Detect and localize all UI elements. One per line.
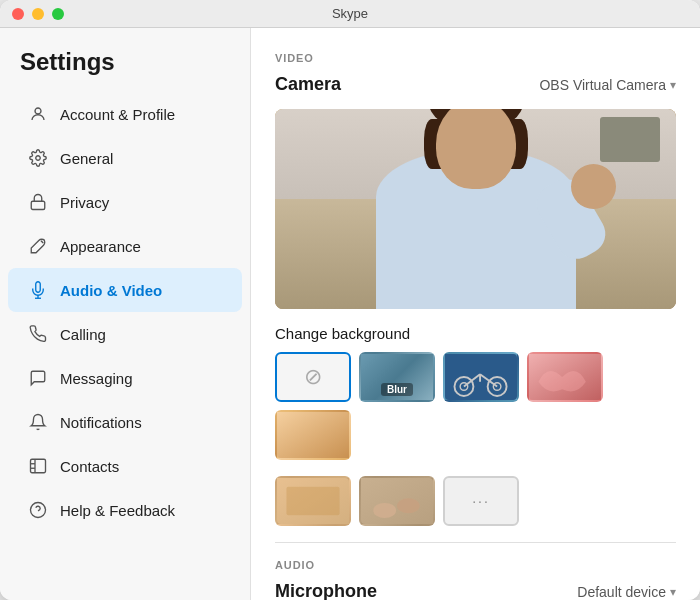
phone-icon [28,324,48,344]
video-section-label: VIDEO [275,52,676,64]
svg-rect-24 [361,477,433,524]
camera-wall-frame [600,117,660,162]
content-area: Settings Account & Profile General Priva… [0,28,700,600]
sidebar: Settings Account & Profile General Priva… [0,28,251,600]
svg-rect-6 [31,459,46,473]
minimize-button[interactable] [32,8,44,20]
bg-hands-button[interactable] [359,476,435,526]
sidebar-item-calling-label: Calling [60,326,106,343]
svg-point-10 [31,503,46,518]
svg-rect-21 [277,411,349,458]
bg-pink-button[interactable] [527,352,603,402]
person-hand [571,164,616,209]
maximize-button[interactable] [52,8,64,20]
svg-point-26 [397,498,420,513]
window-title: Skype [332,6,368,21]
svg-rect-23 [286,487,339,515]
app-window: Skype Settings Account & Profile General [0,0,700,600]
help-icon [28,500,48,520]
camera-value: OBS Virtual Camera [539,77,666,93]
lock-icon [28,192,48,212]
camera-bg [275,109,676,309]
sidebar-item-audio-video[interactable]: Audio & Video [8,268,242,312]
sidebar-item-account[interactable]: Account & Profile [8,92,242,136]
background-grid: ⊘ Blur [275,352,676,460]
svg-point-1 [36,156,41,161]
close-button[interactable] [12,8,24,20]
svg-rect-2 [31,201,45,209]
sidebar-title: Settings [0,48,250,92]
background-grid-row2: ··· [275,476,676,526]
orange-bg-svg [277,410,349,460]
sidebar-item-general[interactable]: General [8,136,242,180]
sidebar-item-help-label: Help & Feedback [60,502,175,519]
bg-bikes-button[interactable] [443,352,519,402]
microphone-selector[interactable]: Default device ▾ [577,584,676,600]
bikes-svg [445,352,517,402]
more-icon: ··· [472,493,490,509]
chevron-down-icon: ▾ [670,78,676,92]
sidebar-item-calling[interactable]: Calling [8,312,242,356]
pink-bg-svg [529,352,601,402]
sidebar-item-messaging[interactable]: Messaging [8,356,242,400]
sidebar-item-contacts[interactable]: Contacts [8,444,242,488]
svg-point-0 [35,108,41,114]
no-background-icon: ⊘ [304,364,322,390]
sidebar-item-account-label: Account & Profile [60,106,175,123]
contacts-icon [28,456,48,476]
audio-section-label: AUDIO [275,559,676,571]
sidebar-item-appearance-label: Appearance [60,238,141,255]
microphone-chevron-icon: ▾ [670,585,676,599]
bg-none-button[interactable]: ⊘ [275,352,351,402]
gear-icon [28,148,48,168]
microphone-label: Microphone [275,581,377,600]
microphone-setting-row: Microphone Default device ▾ [275,581,676,600]
sidebar-item-audio-video-label: Audio & Video [60,282,162,299]
sidebar-item-notifications-label: Notifications [60,414,142,431]
change-background-label: Change background [275,325,676,342]
bg-orange-button[interactable] [275,410,351,460]
sidebar-item-appearance[interactable]: Appearance [8,224,242,268]
main-content: VIDEO Camera OBS Virtual Camera ▾ [251,28,700,600]
microphone-value: Default device [577,584,666,600]
camera-setting-row: Camera OBS Virtual Camera ▾ [275,74,676,95]
sidebar-item-general-label: General [60,150,113,167]
bell-icon [28,412,48,432]
titlebar: Skype [0,0,700,28]
microphone-icon [28,280,48,300]
sidebar-item-notifications[interactable]: Notifications [8,400,242,444]
sidebar-item-privacy-label: Privacy [60,194,109,211]
person-head [436,109,516,189]
brush-icon [28,236,48,256]
bg-blur-button[interactable]: Blur [359,352,435,402]
person-icon [28,104,48,124]
warm-bg-svg [277,476,349,526]
bg-warm-button[interactable] [275,476,351,526]
camera-label: Camera [275,74,341,95]
chat-icon [28,368,48,388]
camera-selector[interactable]: OBS Virtual Camera ▾ [539,77,676,93]
sidebar-item-privacy[interactable]: Privacy [8,180,242,224]
bg-more-button[interactable]: ··· [443,476,519,526]
sidebar-item-help[interactable]: Help & Feedback [8,488,242,532]
section-divider [275,542,676,543]
hands-bg-svg [361,476,433,526]
sidebar-item-messaging-label: Messaging [60,370,133,387]
camera-preview [275,109,676,309]
svg-point-25 [373,503,396,518]
blur-label: Blur [381,383,413,396]
svg-line-3 [41,241,43,243]
sidebar-item-contacts-label: Contacts [60,458,119,475]
